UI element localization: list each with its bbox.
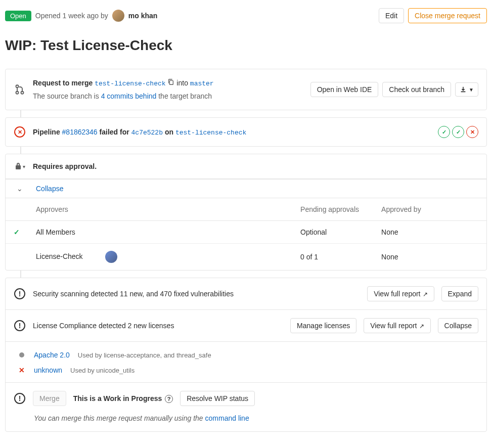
wip-text: This is a Work in Progress ? [73,394,173,403]
reports-widget: ! Security scanning detected 11 new, and… [5,278,487,432]
approved-value: None [373,244,486,271]
approval-table: Approvers Pending approvals Approved by … [6,198,486,270]
mr-title: WIP: Test License-Check [5,37,487,54]
open-web-ide-button[interactable]: Open in Web IDE [310,82,379,97]
target-branch-link[interactable]: master [190,80,214,87]
commit-link[interactable]: 4c7e522b [131,129,163,137]
view-full-report-button[interactable]: View full report↗ [364,318,430,333]
command-line-link[interactable]: command line [205,414,249,422]
approver-avatar[interactable] [105,251,117,263]
approval-icon: ▾ [14,162,26,170]
external-link-icon: ↗ [419,323,424,330]
approver-name: License-Check [36,252,83,260]
svg-point-1 [16,92,19,94]
approved-value: None [373,221,486,244]
help-icon[interactable]: ? [165,395,173,403]
view-full-report-button[interactable]: View full report↗ [367,286,434,301]
connector [20,110,21,117]
pipeline-failed-text: failed for [100,128,129,136]
approval-widget: ▾ Requires approval. ⌄ Collapse Approver… [5,154,487,271]
source-branch-link[interactable]: test-license-check [95,80,165,87]
license-name-link[interactable]: Apache 2.0 [34,351,70,359]
connector [20,147,21,154]
wip-subtext: You can merge this merge request manuall… [6,414,486,431]
collapse-button[interactable]: Collapse [438,318,478,333]
manage-licenses-button[interactable]: Manage licenses [290,318,356,333]
approval-heading: Requires approval. [33,162,478,170]
behind-prefix: The source branch is [33,92,99,100]
into-label: into [176,79,188,87]
resolve-wip-button[interactable]: Resolve WIP status [180,391,255,406]
commits-behind-link[interactable]: 4 commits behind [101,92,157,100]
merge-actions: Open in Web IDE Check out branch ▼ [310,82,478,97]
edit-button[interactable]: Edit [379,8,404,23]
svg-point-2 [21,92,24,94]
svg-rect-3 [170,80,173,84]
denied-status-icon: ✕ [19,366,25,374]
opened-text: Opened 1 week ago by [35,12,108,20]
neutral-status-icon [19,352,24,357]
col-approved: Approved by [373,198,486,221]
warning-icon: ! [14,320,25,331]
behind-suffix: the target branch [158,92,212,100]
security-text: Security scanning detected 11 new, and 4… [33,290,360,298]
stage-passed-icon[interactable]: ✓ [438,126,450,138]
license-name-link[interactable]: unknown [34,366,62,374]
pending-value: Optional [292,221,373,244]
pipeline-branch-link[interactable]: test-license-check [175,129,246,137]
collapse-link[interactable]: Collapse [36,185,63,193]
pipeline-text: Pipeline #81862346 failed for 4c7e522b o… [33,128,431,137]
close-mr-button[interactable]: Close merge request [408,8,487,23]
warning-icon: ! [14,288,25,299]
approval-row: ✓ All Members Optional None [6,221,486,244]
license-used-by: Used by license-acceptance, and thread_s… [78,351,211,359]
pipeline-failed-icon: ✕ [14,126,25,138]
warning-icon: ! [14,393,25,404]
license-used-by: Used by unicode_utils [70,367,135,374]
license-list: Apache 2.0 Used by license-acceptance, a… [6,342,486,383]
license-compliance-text: License Compliance detected 2 new licens… [33,322,283,330]
merge-request-icon [14,84,26,95]
pipeline-on-text: on [165,128,173,136]
pipeline-id-link[interactable]: #81862346 [62,128,98,136]
checkout-branch-button[interactable]: Check out branch [382,82,451,97]
pipeline-stages: ✓ ✓ ✕ [438,126,478,138]
mr-header-left: Open Opened 1 week ago by mo khan [5,10,157,22]
download-dropdown[interactable]: ▼ [455,82,478,97]
mr-header: Open Opened 1 week ago by mo khan Edit C… [5,5,487,30]
approval-collapse-row[interactable]: ⌄ Collapse [6,180,486,198]
status-badge: Open [5,11,31,21]
request-merge-label: Request to merge [33,79,93,87]
stage-passed-icon[interactable]: ✓ [452,126,464,138]
mr-header-actions: Edit Close merge request [379,8,487,23]
approver-name: All Members [28,221,292,244]
pipeline-widget: ✕ Pipeline #81862346 failed for 4c7e522b… [5,117,487,147]
copy-branch-icon[interactable] [167,79,176,87]
license-item: Apache 2.0 Used by license-acceptance, a… [6,346,486,361]
license-item: ✕ unknown Used by unicode_utils [6,361,486,376]
external-link-icon: ↗ [423,291,428,298]
svg-point-0 [16,85,19,87]
merge-request-widget: Request to merge test-license-check into… [5,69,487,110]
check-icon: ✓ [14,228,20,236]
merge-button: Merge [33,391,66,406]
pending-value: 0 of 1 [292,244,373,271]
merge-description: Request to merge test-license-check into… [33,77,303,102]
stage-failed-icon[interactable]: ✕ [466,126,478,138]
connector [20,271,21,278]
author-name[interactable]: mo khan [128,12,158,20]
col-approvers: Approvers [28,198,292,221]
wip-row: ! Merge This is a Work in Progress ? Res… [6,383,486,414]
pipeline-label: Pipeline [33,128,60,136]
col-pending: Pending approvals [292,198,373,221]
chevron-down-icon: ⌄ [14,185,26,193]
approval-row: License-Check 0 of 1 None [6,244,486,271]
expand-button[interactable]: Expand [441,286,478,301]
author-avatar[interactable] [112,10,124,22]
